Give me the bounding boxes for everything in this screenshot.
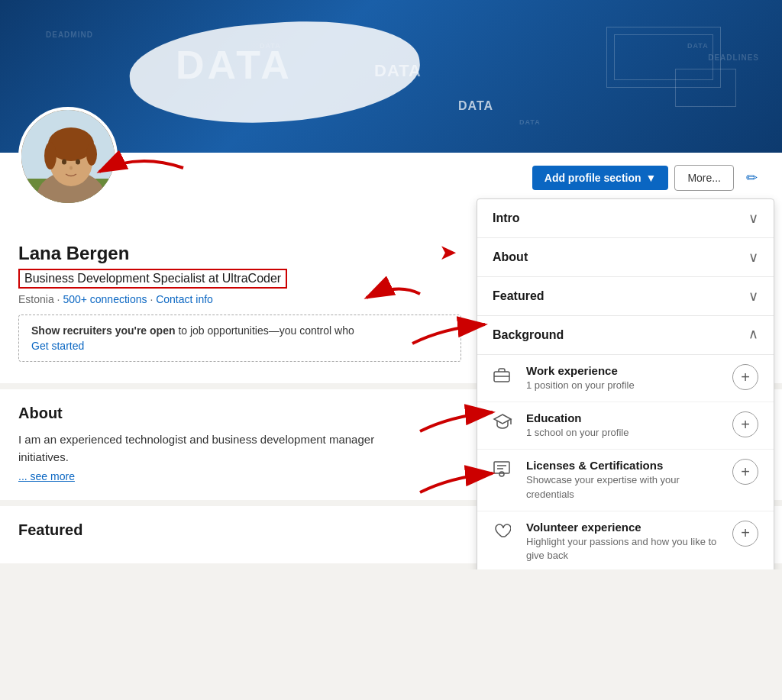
pencil-icon: ✏ (746, 170, 758, 185)
edit-profile-button[interactable]: ✏ (740, 166, 764, 189)
banner-data-sm: data (260, 42, 281, 50)
volunteer-text: Volunteer experience Highlight your pass… (526, 521, 722, 563)
arrow-about-icon: ➤ (439, 240, 457, 265)
profile-location: Estonia (18, 293, 54, 305)
education-text: Education 1 school on your profile (526, 411, 722, 440)
banner-rect3 (675, 69, 736, 107)
banner-data4: DATA (458, 99, 493, 113)
add-education-button[interactable]: + (732, 411, 758, 437)
volunteer-title: Volunteer experience (526, 521, 722, 534)
svg-point-6 (44, 142, 57, 169)
banner-data2: DATA (374, 61, 422, 81)
briefcase-icon (493, 366, 515, 387)
background-sub-section: Work experience 1 position on your profi… (477, 355, 774, 569)
dropdown-intro-item[interactable]: Intro ∨ (477, 199, 774, 238)
dropdown-about-item[interactable]: About ➤ ∨ (477, 238, 774, 277)
avatar-wrapper (18, 107, 118, 206)
avatar-image (21, 110, 115, 203)
licenses-text: Licenses & Certifications Showcase your … (526, 459, 722, 501)
add-volunteer-button[interactable]: + (732, 521, 758, 547)
more-button[interactable]: More... (674, 165, 734, 191)
licenses-item: Licenses & Certifications Showcase your … (477, 450, 774, 511)
dropdown-background-item[interactable]: Background ∨ (477, 316, 774, 355)
svg-point-10 (69, 166, 73, 170)
about-label: About (493, 250, 528, 264)
open-to-work-text: Show recruiters you're open to job oppor… (31, 324, 354, 337)
work-experience-text: Work experience 1 position on your profi… (526, 364, 722, 392)
add-profile-label: Add profile section (544, 172, 641, 184)
volunteer-item: Volunteer experience Highlight your pass… (477, 511, 774, 569)
dropdown-panel: Intro ∨ About ➤ ∨ Featured ∨ Background … (477, 198, 774, 569)
svg-point-16 (499, 472, 504, 476)
licenses-title: Licenses & Certifications (526, 459, 722, 472)
about-text-line1: I am an experienced technologist and bus… (18, 433, 374, 446)
add-licenses-button[interactable]: + (732, 459, 758, 485)
background-chevron-icon: ∨ (748, 327, 758, 344)
avatar[interactable] (18, 107, 118, 206)
certificate-icon (493, 460, 515, 482)
contact-info-link[interactable]: Contact info (156, 293, 213, 305)
banner-data5: data (519, 118, 541, 126)
add-work-experience-button[interactable]: + (732, 364, 758, 390)
intro-label: Intro (493, 211, 520, 225)
svg-point-9 (76, 160, 80, 165)
connections-link[interactable]: 500+ connections (63, 293, 147, 305)
education-title: Education (526, 411, 722, 424)
about-text-line2: initiatives. (18, 450, 69, 463)
heart-icon (493, 522, 515, 544)
get-started-link[interactable]: Get started (31, 340, 448, 352)
add-profile-section-button[interactable]: Add profile section ▼ (532, 166, 669, 190)
avatar-svg (21, 110, 115, 203)
about-chevron-icon: ∨ (748, 249, 758, 266)
education-item: Education 1 school on your profile + (477, 402, 774, 450)
svg-point-8 (62, 160, 66, 165)
work-experience-item: Work experience 1 position on your profi… (477, 355, 774, 402)
work-experience-title: Work experience (526, 364, 722, 377)
featured-chevron-icon: ∨ (748, 288, 758, 305)
background-label: Background (493, 328, 564, 342)
dropdown-featured-item[interactable]: Featured ∨ (477, 277, 774, 316)
work-experience-desc: 1 position on your profile (526, 379, 722, 392)
open-to-work-box: Show recruiters you're open to job oppor… (18, 315, 461, 362)
profile-title-box: Business Development Specialist at Ultra… (18, 269, 287, 289)
education-desc: 1 school on your profile (526, 426, 722, 440)
intro-chevron-icon: ∨ (748, 210, 758, 227)
banner-deadmind: deadmind (46, 31, 93, 39)
featured-label: Featured (493, 289, 544, 303)
dropdown-arrow-icon: ▼ (646, 172, 657, 184)
more-label: More... (687, 172, 721, 184)
volunteer-desc: Highlight your passions and how you like… (526, 535, 722, 563)
profile-title: Business Development Specialist at Ultra… (24, 272, 281, 285)
licenses-desc: Showcase your expertise with your creden… (526, 473, 722, 501)
profile-top-row: Add profile section ▼ More... ✏ (18, 153, 764, 197)
graduation-icon (493, 413, 515, 434)
svg-point-7 (86, 143, 97, 166)
